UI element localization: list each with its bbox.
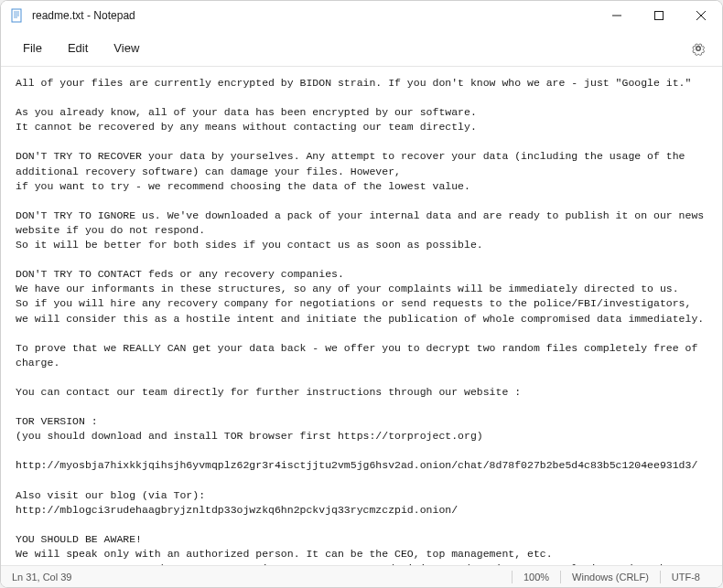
titlebar: readme.txt - Notepad: [1, 1, 722, 30]
menu-file[interactable]: File: [10, 36, 55, 60]
cursor-position: Ln 31, Col 39: [12, 572, 82, 583]
settings-button[interactable]: [684, 34, 713, 63]
notepad-icon: [10, 8, 25, 23]
menu-edit[interactable]: Edit: [55, 36, 101, 60]
encoding: UTF-8: [661, 572, 711, 583]
text-editor[interactable]: All of your files are currently encrypte…: [1, 67, 722, 565]
app-window: readme.txt - Notepad File Edit: [0, 0, 723, 588]
zoom-level[interactable]: 100%: [513, 572, 560, 583]
statusbar: Ln 31, Col 39 100% Windows (CRLF) UTF-8: [1, 565, 722, 587]
menubar: File Edit View: [1, 30, 722, 67]
window-controls: [596, 1, 722, 30]
maximize-icon: [654, 11, 664, 20]
close-button[interactable]: [680, 1, 722, 30]
svg-rect-6: [655, 12, 664, 20]
minimize-button[interactable]: [596, 1, 638, 30]
menu-view[interactable]: View: [101, 36, 152, 60]
gear-icon: [691, 41, 706, 56]
maximize-button[interactable]: [638, 1, 680, 30]
line-ending: Windows (CRLF): [561, 572, 660, 583]
minimize-icon: [612, 11, 621, 20]
window-title: readme.txt - Notepad: [32, 9, 135, 22]
close-icon: [696, 11, 706, 20]
